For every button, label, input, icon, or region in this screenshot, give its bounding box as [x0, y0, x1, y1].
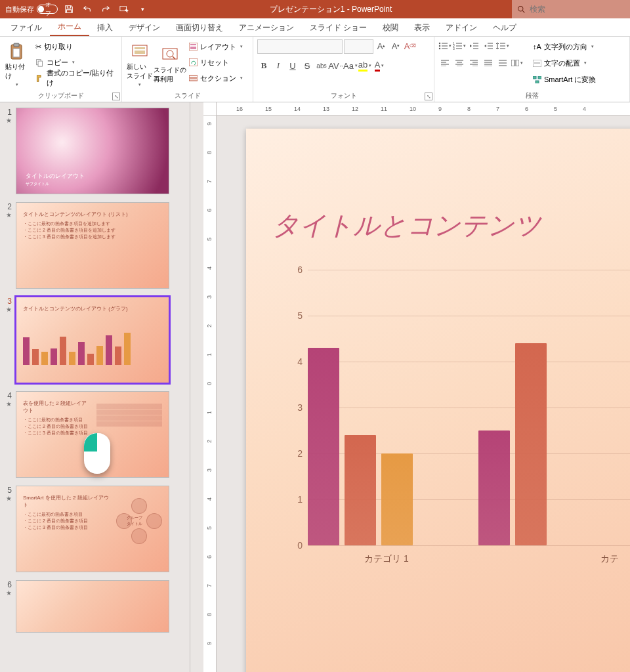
autosave-label: 自動保存	[5, 5, 34, 14]
undo-icon[interactable]	[80, 2, 94, 16]
slide-canvas[interactable]: タイトルとコンテンツ 0123456 カテゴリ 1 カテ デー	[246, 129, 630, 672]
smartart-icon	[533, 76, 541, 83]
group-label-font: フォント	[257, 90, 430, 102]
tab-review[interactable]: 校閲	[375, 18, 406, 36]
title-bar: 自動保存 オフ ▾ プレゼンテーション1 - PowerPoint	[0, 0, 630, 18]
group-label-slides: スライド	[126, 90, 249, 102]
reuse-slide-icon	[161, 46, 179, 64]
font-size-select[interactable]	[344, 39, 373, 54]
text-align-button[interactable]: 文字の配置	[530, 56, 598, 70]
reuse-slide-button[interactable]: スライドの 再利用	[156, 39, 184, 90]
layout-button[interactable]: レイアウト	[186, 39, 245, 54]
svg-rect-15	[190, 44, 196, 45]
search-input[interactable]	[530, 5, 625, 14]
save-icon[interactable]	[62, 2, 76, 16]
svg-text:3: 3	[453, 47, 455, 50]
tab-file[interactable]: ファイル	[3, 18, 50, 36]
redo-icon[interactable]	[98, 2, 113, 16]
grow-font-button[interactable]: A▴	[375, 39, 388, 52]
italic-button[interactable]: I	[272, 59, 285, 72]
tab-help[interactable]: ヘルプ	[485, 18, 524, 36]
new-slide-button[interactable]: 新しい スライド▾	[126, 39, 154, 90]
highlight-button[interactable]: ab	[358, 59, 371, 72]
autosave-toggle[interactable]: 自動保存 オフ	[5, 5, 58, 14]
svg-rect-16	[190, 47, 196, 49]
line-spacing-button[interactable]	[496, 39, 509, 52]
slide-editor[interactable]: 16151413121110987654 9876543210123456789…	[190, 102, 630, 672]
columns-button[interactable]	[511, 56, 524, 70]
align-left-button[interactable]	[438, 56, 452, 70]
shrink-font-button[interactable]: A▾	[389, 39, 402, 52]
tab-transitions[interactable]: 画面切り替え	[168, 18, 231, 36]
svg-rect-18	[189, 75, 198, 77]
svg-rect-65	[538, 76, 541, 79]
ruler-corner	[203, 102, 217, 116]
slide-thumbnail-6[interactable]	[16, 580, 169, 633]
search-box[interactable]	[512, 0, 630, 18]
horizontal-ruler: 16151413121110987654	[217, 102, 630, 116]
thumbnail-panel[interactable]: 1★ タイトルのレイアウト サブタイトル 2★ タイトルとコンテンツのレイアウト…	[0, 102, 190, 672]
align-center-button[interactable]	[453, 56, 466, 70]
clear-format-button[interactable]: A⌫	[404, 39, 417, 52]
svg-point-24	[439, 48, 440, 49]
copy-button[interactable]: コピー	[33, 55, 117, 70]
shadow-button[interactable]: abs	[315, 59, 328, 72]
section-icon	[189, 74, 198, 82]
qat-overflow-icon[interactable]: ▾	[135, 2, 150, 16]
align-right-button[interactable]	[467, 56, 480, 70]
indent-increase-button[interactable]	[482, 39, 495, 52]
underline-button[interactable]: U	[286, 59, 299, 72]
indent-decrease-button[interactable]	[467, 39, 480, 52]
start-from-beginning-icon[interactable]	[117, 2, 131, 16]
numbering-button[interactable]: 123	[453, 39, 466, 52]
slide-thumbnail-1[interactable]: タイトルのレイアウト サブタイトル	[16, 108, 169, 194]
layout-icon	[189, 43, 198, 51]
chart[interactable]: 0123456 カテゴリ 1 カテ デー	[292, 270, 630, 585]
font-dialog-launcher-icon[interactable]: ⤡	[425, 93, 432, 100]
scissors-icon: ✂	[35, 43, 41, 51]
mouse-cursor-icon	[84, 433, 110, 474]
clipboard-dialog-launcher-icon[interactable]: ⤡	[112, 93, 120, 100]
change-case-button[interactable]: Aa	[344, 59, 357, 72]
convert-smartart-button[interactable]: SmartArt に変換	[530, 72, 598, 87]
tab-insert[interactable]: 挿入	[89, 18, 121, 36]
chart-category-1-label: カテゴリ 1	[364, 553, 409, 565]
bold-button[interactable]: B	[257, 59, 270, 72]
chart-category-2-label: カテ	[600, 553, 619, 565]
slide-thumbnail-2[interactable]: タイトルとコンテンツのレイアウト (リスト) ・ここに最初の箇条書き項目を追加し…	[16, 202, 169, 289]
bullets-button[interactable]	[438, 39, 452, 52]
tab-home[interactable]: ホーム	[50, 17, 89, 36]
tab-design[interactable]: デザイン	[121, 18, 168, 36]
text-direction-icon: ↕A	[533, 43, 541, 51]
slide-thumbnail-3[interactable]: タイトルとコンテンツのレイアウト (グラフ)	[16, 297, 169, 383]
char-spacing-button[interactable]: AV↔	[329, 59, 343, 72]
paintbrush-icon	[35, 74, 44, 83]
cut-button[interactable]: ✂切り取り	[33, 39, 117, 54]
section-button[interactable]: セクション	[186, 71, 245, 85]
slide-title[interactable]: タイトルとコンテンツ	[272, 207, 630, 243]
paste-button[interactable]: 貼り付け ▾	[4, 39, 30, 90]
font-color-button[interactable]: A	[373, 59, 386, 72]
svg-rect-66	[536, 81, 539, 83]
tab-slideshow[interactable]: スライド ショー	[302, 18, 375, 36]
distribute-button[interactable]	[496, 56, 509, 70]
text-position-icon	[533, 60, 541, 67]
svg-rect-4	[14, 43, 19, 47]
clipboard-icon	[8, 43, 26, 61]
reset-button[interactable]: リセット	[186, 55, 245, 70]
svg-rect-7	[38, 61, 43, 66]
tab-animation[interactable]: アニメーション	[231, 18, 302, 36]
document-title: プレゼンテーション1 - PowerPoint	[150, 4, 512, 15]
strike-button[interactable]: S	[301, 59, 314, 72]
tab-view[interactable]: 表示	[406, 18, 438, 36]
format-painter-button[interactable]: 書式のコピー/貼り付け	[33, 71, 117, 85]
vertical-ruler: 9876543210123456789	[203, 116, 217, 672]
text-direction-button[interactable]: ↕A文字列の方向	[530, 39, 598, 54]
svg-rect-19	[189, 79, 198, 81]
tab-addin[interactable]: アドイン	[438, 18, 485, 36]
font-name-select[interactable]	[257, 39, 343, 54]
svg-point-22	[439, 45, 440, 47]
svg-rect-17	[189, 58, 198, 66]
slide-thumbnail-5[interactable]: SmartArt を使用した 2 段組レイアウト ・ここに最初の箇条書き項目 ・…	[16, 486, 169, 572]
justify-button[interactable]	[482, 56, 495, 70]
